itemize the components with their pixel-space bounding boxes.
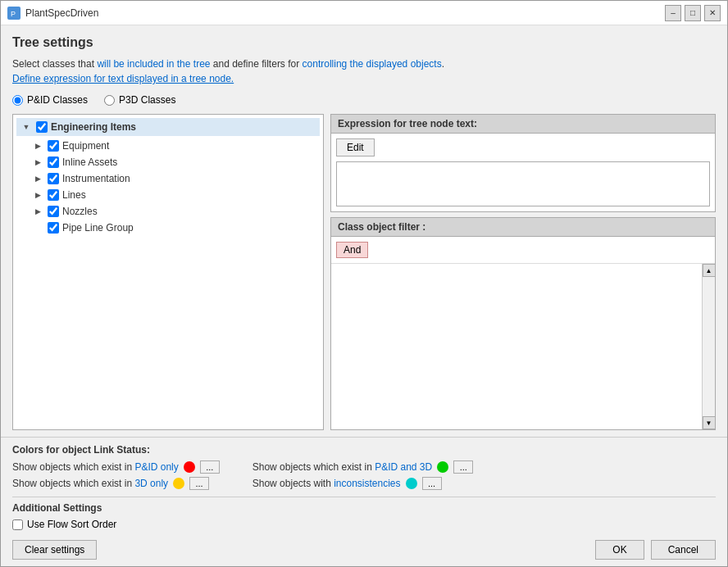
- tree-item-inline-assets[interactable]: ▶ Inline Assets: [31, 154, 320, 170]
- radio-pid-label[interactable]: P&ID Classes: [12, 94, 88, 106]
- nozzles-label: Nozzles: [62, 206, 98, 217]
- flow-sort-label[interactable]: Use Flow Sort Order: [12, 519, 716, 530]
- right-panel: Expression for tree node text: Edit Clas…: [330, 114, 716, 430]
- root-toggle-icon[interactable]: ▼: [20, 120, 33, 134]
- color-column-left: Show objects which exist in P&ID only ..…: [12, 460, 220, 490]
- color-dot-pid-and-3d: [437, 461, 448, 473]
- radio-p3d[interactable]: [104, 95, 115, 106]
- window-title: PlantSpecDriven: [25, 7, 665, 19]
- filter-scrollbar: ▲ ▼: [702, 264, 715, 429]
- flow-sort-checkbox[interactable]: [12, 519, 23, 530]
- expression-text-display: [336, 161, 710, 206]
- equipment-checkbox[interactable]: [48, 140, 59, 152]
- equipment-toggle-icon[interactable]: ▶: [31, 139, 44, 152]
- color-text-inconsistencies: Show objects with inconsistencies: [253, 478, 401, 489]
- color-dot-inconsistencies: [406, 478, 417, 489]
- main-window: P PlantSpecDriven – □ ✕ Tree settings Se…: [0, 0, 728, 567]
- color-text-3d-only: Show objects which exist in 3D only: [12, 478, 168, 489]
- and-button[interactable]: And: [336, 242, 368, 258]
- color-dot-pid-only: [184, 461, 195, 473]
- expression-panel-body: Edit: [331, 134, 715, 211]
- 3d-only-highlight: 3D only: [134, 478, 168, 489]
- radio-pid-text: P&ID Classes: [27, 94, 88, 106]
- lines-toggle-icon[interactable]: ▶: [31, 188, 44, 202]
- tree-item-pipeline-group[interactable]: ▶ Pipe Line Group: [31, 220, 320, 236]
- tree-item-nozzles[interactable]: ▶ Nozzles: [31, 203, 320, 220]
- tree-children: ▶ Equipment ▶ Inline Assets ▶ Instr: [16, 138, 320, 236]
- root-checkbox[interactable]: [36, 121, 48, 133]
- additional-section-title: Additional Settings: [12, 502, 716, 514]
- color-row-pid-only: Show objects which exist in P&ID only ..…: [12, 460, 220, 474]
- tree-root-item[interactable]: ▼ Engineering Items: [16, 118, 320, 136]
- instrumentation-toggle-icon[interactable]: ▶: [31, 172, 44, 185]
- instrumentation-label: Instrumentation: [62, 173, 130, 184]
- inline-assets-toggle-icon[interactable]: ▶: [31, 156, 44, 169]
- close-button[interactable]: ✕: [704, 5, 721, 21]
- desc-link[interactable]: Define expression for text displayed in …: [12, 73, 234, 84]
- svg-text:P: P: [11, 10, 16, 18]
- pipeline-checkbox[interactable]: [48, 222, 59, 234]
- filter-panel: Class object filter : And ▲ ▼: [330, 217, 716, 430]
- cancel-button[interactable]: Cancel: [651, 540, 716, 560]
- desc-highlight2: controlling the displayed objects: [303, 58, 442, 70]
- color-picker-inconsistencies[interactable]: ...: [422, 477, 442, 490]
- inline-assets-checkbox[interactable]: [48, 156, 59, 168]
- root-label: Engineering Items: [51, 121, 136, 133]
- expression-panel-header: Expression for tree node text:: [331, 115, 715, 134]
- inconsistencies-highlight: inconsistencies: [334, 478, 400, 489]
- bottom-section: Colors for object Link Status: Show obje…: [1, 437, 727, 566]
- instrumentation-checkbox[interactable]: [48, 173, 59, 184]
- app-icon: P: [7, 7, 20, 20]
- color-dot-3d-only: [173, 478, 184, 489]
- edit-button[interactable]: Edit: [336, 138, 375, 156]
- color-rows: Show objects which exist in P&ID only ..…: [12, 460, 716, 490]
- scroll-up-arrow[interactable]: ▲: [703, 264, 716, 277]
- pid-only-highlight: P&ID only: [134, 461, 178, 473]
- tree-item-lines[interactable]: ▶ Lines: [31, 187, 320, 203]
- nozzles-toggle-icon[interactable]: ▶: [31, 205, 44, 218]
- clear-settings-button[interactable]: Clear settings: [12, 540, 97, 560]
- description: Select classes that will be included in …: [12, 57, 716, 86]
- nozzles-checkbox[interactable]: [48, 206, 59, 217]
- additional-section: Additional Settings Use Flow Sort Order: [12, 502, 716, 530]
- color-column-right: Show objects which exist in P&ID and 3D …: [253, 460, 473, 490]
- radio-pid[interactable]: [12, 95, 23, 106]
- main-panels: ▼ Engineering Items ▶ Equipment ▶: [12, 114, 716, 430]
- tree-item-instrumentation[interactable]: ▶ Instrumentation: [31, 170, 320, 187]
- inline-assets-label: Inline Assets: [62, 156, 117, 168]
- colors-section: Colors for object Link Status: Show obje…: [12, 444, 716, 490]
- scroll-down-arrow[interactable]: ▼: [703, 416, 716, 429]
- lines-label: Lines: [62, 189, 86, 201]
- ok-button[interactable]: OK: [595, 540, 644, 560]
- color-picker-3d-only[interactable]: ...: [189, 477, 209, 490]
- radio-p3d-label[interactable]: P3D Classes: [104, 94, 175, 106]
- minimize-button[interactable]: –: [665, 5, 681, 21]
- tree-panel: ▼ Engineering Items ▶ Equipment ▶: [12, 114, 324, 430]
- color-picker-pid-only[interactable]: ...: [200, 460, 220, 474]
- window-controls: – □ ✕: [665, 5, 721, 21]
- color-row-3d-only: Show objects which exist in 3D only ...: [12, 477, 220, 490]
- desc-line1: Select classes that will be included in …: [12, 58, 444, 70]
- color-text-pid-only: Show objects which exist in P&ID only: [12, 461, 179, 473]
- divider: [12, 497, 716, 497]
- pid-and-3d-highlight: P&ID and 3D: [375, 461, 432, 473]
- pipeline-label: Pipe Line Group: [62, 222, 134, 234]
- maximize-button[interactable]: □: [685, 5, 701, 21]
- color-row-pid-and-3d: Show objects which exist in P&ID and 3D …: [253, 460, 473, 474]
- equipment-label: Equipment: [62, 140, 109, 152]
- color-picker-pid-and-3d[interactable]: ...: [453, 460, 473, 474]
- lines-checkbox[interactable]: [48, 189, 59, 201]
- color-row-inconsistencies: Show objects with inconsistencies ...: [253, 477, 473, 490]
- filter-body: And ▲ ▼: [331, 237, 715, 429]
- flow-sort-text: Use Flow Sort Order: [27, 519, 116, 530]
- desc-highlight1: will be included in the tree: [97, 58, 210, 70]
- colors-section-title: Colors for object Link Status:: [12, 444, 716, 456]
- content-area: Tree settings Select classes that will b…: [1, 25, 727, 437]
- expression-panel: Expression for tree node text: Edit: [330, 114, 716, 212]
- footer-buttons: Clear settings OK Cancel: [12, 537, 716, 560]
- action-buttons: OK Cancel: [595, 540, 716, 560]
- radio-group: P&ID Classes P3D Classes: [12, 94, 716, 106]
- radio-p3d-text: P3D Classes: [119, 94, 175, 106]
- and-button-container: And: [331, 237, 715, 263]
- tree-item-equipment[interactable]: ▶ Equipment: [31, 138, 320, 154]
